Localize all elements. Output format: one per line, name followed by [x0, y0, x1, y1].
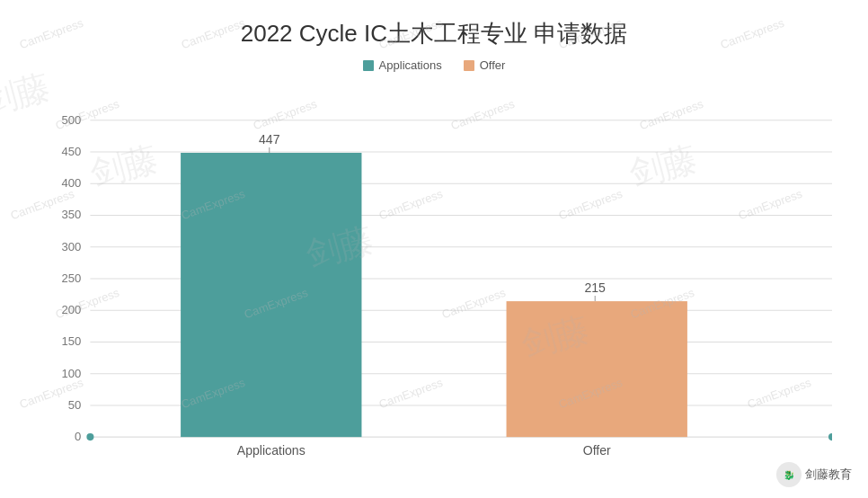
chart-container: CamExpress CamExpress CamExpress CamExpr… [0, 0, 868, 498]
logo-circle: 🐉 [776, 462, 802, 487]
legend: Applications Offer [363, 58, 506, 72]
bar-chart-svg: 0 50 100 150 200 250 300 350 400 [36, 86, 832, 489]
svg-text:350: 350 [62, 208, 82, 221]
svg-text:0: 0 [75, 430, 81, 443]
svg-text:500: 500 [62, 113, 82, 127]
svg-text:450: 450 [62, 145, 82, 158]
svg-text:300: 300 [62, 240, 82, 253]
svg-text:215: 215 [584, 280, 606, 295]
x-label-offer: Offer [583, 443, 611, 458]
chart-area: 0 50 100 150 200 250 300 350 400 [36, 86, 832, 489]
svg-text:100: 100 [62, 367, 82, 380]
logo-text: 剑藤教育 [805, 467, 852, 483]
x-label-applications: Applications [237, 443, 306, 458]
axis-dot-right [828, 433, 832, 440]
svg-text:250: 250 [62, 271, 82, 285]
legend-offer-label: Offer [480, 58, 506, 72]
bar-offer [507, 301, 687, 437]
legend-offer-dot [464, 60, 474, 71]
svg-text:150: 150 [62, 334, 82, 348]
bar-applications [181, 153, 361, 437]
legend-offer: Offer [464, 58, 506, 72]
svg-text:200: 200 [62, 303, 82, 316]
legend-applications-dot [363, 60, 374, 71]
svg-text:50: 50 [68, 398, 82, 412]
legend-applications: Applications [363, 58, 442, 72]
svg-text:447: 447 [259, 132, 280, 147]
axis-dot-left [86, 433, 93, 440]
chart-title: 2022 Cycle IC土木工程专业 申请数据 [241, 18, 628, 49]
logo-badge: 🐉 剑藤教育 [776, 462, 852, 487]
legend-applications-label: Applications [379, 58, 442, 72]
svg-text:400: 400 [62, 176, 82, 190]
